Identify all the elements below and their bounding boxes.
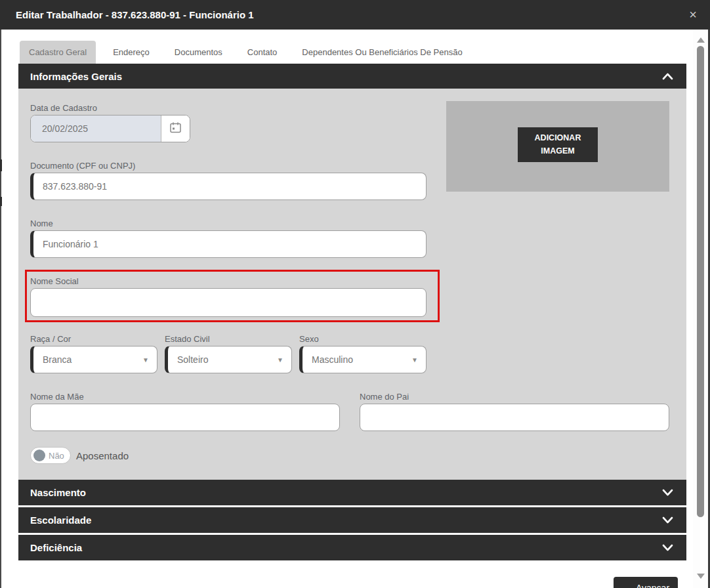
nome-mae-input[interactable]	[30, 404, 340, 431]
section-title: Informações Gerais	[30, 71, 122, 82]
nome-social-input[interactable]	[30, 288, 427, 317]
tab-dependentes[interactable]: Dependentes Ou Beneficiários De Pensão	[294, 41, 470, 64]
tab-bar: Cadastro Geral Endereço Documentos Conta…	[20, 41, 470, 64]
background-page-fragment	[0, 159, 2, 171]
modal-titlebar: Editar Trabalhador - 837.623.880-91 - Fu…	[0, 0, 710, 30]
scrollbar-thumb[interactable]	[697, 46, 704, 517]
estado-civil-value: Solteiro	[177, 354, 208, 365]
tab-cadastro-geral[interactable]: Cadastro Geral	[20, 41, 96, 64]
tab-endereco[interactable]: Endereço	[105, 41, 157, 64]
tab-contato[interactable]: Contato	[240, 41, 285, 64]
section-header-informacoes-gerais[interactable]: Informações Gerais	[18, 64, 686, 89]
toggle-knob	[33, 450, 45, 461]
aposentado-toggle-row: Não Aposentado	[30, 447, 129, 464]
nome-pai-input[interactable]	[360, 404, 669, 431]
raca-cor-select[interactable]: Branca ▼	[30, 346, 157, 373]
modal-title: Editar Trabalhador - 837.623.880-91 - Fu…	[16, 0, 254, 30]
caret-down-icon: ▼	[277, 356, 283, 364]
documento-input[interactable]	[30, 173, 427, 200]
raca-cor-label: Raça / Cor	[30, 334, 71, 344]
chevron-down-icon	[662, 489, 673, 496]
data-cadastro-value: 20/02/2025	[31, 116, 161, 142]
scrollbar-up-arrow[interactable]	[697, 37, 705, 43]
close-icon[interactable]: ×	[685, 0, 701, 30]
edit-worker-modal: Editar Trabalhador - 837.623.880-91 - Fu…	[0, 0, 710, 588]
caret-down-icon: ▼	[142, 356, 149, 364]
sexo-select[interactable]: Masculino ▼	[299, 346, 427, 373]
section-header-nascimento[interactable]: Nascimento	[18, 480, 686, 505]
documento-label: Documento (CPF ou CNPJ)	[30, 161, 135, 171]
add-image-button[interactable]: ADICIONAR IMAGEM	[518, 127, 598, 162]
nome-input[interactable]	[30, 230, 427, 258]
background-page-edge-left	[0, 30, 1, 588]
aposentado-toggle[interactable]: Não	[30, 447, 71, 464]
sexo-value: Masculino	[312, 354, 353, 365]
sexo-label: Sexo	[299, 334, 319, 344]
advance-button[interactable]: → Avançar	[614, 577, 678, 588]
aposentado-label: Aposentado	[76, 450, 129, 461]
scrollbar-down-arrow[interactable]	[697, 574, 705, 579]
chevron-down-icon	[662, 544, 673, 551]
chevron-down-icon	[662, 516, 673, 524]
tab-documentos[interactable]: Documentos	[167, 41, 230, 64]
nome-label: Nome	[30, 219, 53, 228]
raca-cor-value: Branca	[43, 354, 72, 365]
data-cadastro-label: Data de Cadastro	[30, 103, 97, 113]
section-title: Escolaridade	[30, 514, 91, 526]
background-page-fragment	[0, 197, 2, 206]
section-title: Deficiência	[30, 542, 82, 553]
section-header-deficiencia[interactable]: Deficiência	[18, 535, 686, 560]
nome-mae-label: Nome da Mãe	[30, 392, 84, 402]
toggle-state: Não	[49, 451, 64, 461]
chevron-up-icon	[662, 73, 673, 80]
worker-photo-placeholder: ADICIONAR IMAGEM	[446, 101, 669, 192]
calendar-icon	[169, 121, 182, 136]
estado-civil-select[interactable]: Solteiro ▼	[165, 346, 292, 373]
section-header-escolaridade[interactable]: Escolaridade	[18, 507, 686, 533]
section-title: Nascimento	[30, 487, 86, 498]
general-info-form: Data de Cadastro 20/02/2025 Documento (C…	[18, 89, 686, 480]
nome-pai-label: Nome do Pai	[360, 392, 409, 402]
calendar-picker-button[interactable]	[161, 116, 190, 142]
caret-down-icon: ▼	[411, 356, 418, 364]
arrow-right-icon: →	[622, 583, 631, 588]
nome-social-label: Nome Social	[30, 276, 79, 286]
estado-civil-label: Estado Civil	[165, 334, 210, 344]
advance-label: Avançar	[636, 583, 669, 588]
data-cadastro-field[interactable]: 20/02/2025	[30, 115, 190, 142]
